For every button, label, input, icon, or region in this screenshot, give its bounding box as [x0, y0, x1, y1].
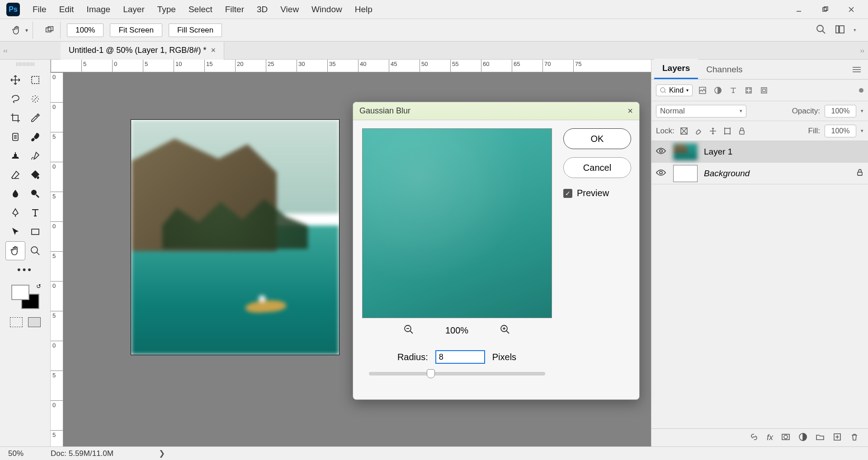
window-close-button[interactable]	[838, 3, 864, 16]
status-docinfo[interactable]: Doc: 5.59M/11.0M	[51, 449, 113, 458]
tab-layers[interactable]: Layers	[654, 59, 698, 79]
fit-screen-button[interactable]: Fit Screen	[110, 23, 162, 37]
lock-artboard-icon[interactable]	[722, 126, 732, 136]
chevron-down-icon[interactable]: ▾	[25, 27, 28, 33]
dialog-titlebar[interactable]: Gaussian Blur ×	[353, 102, 639, 120]
search-icon[interactable]	[816, 24, 826, 37]
zoom-out-icon[interactable]	[404, 324, 414, 337]
document-tab[interactable]: Untitled-1 @ 50% (Layer 1, RGB/8#) * ×	[61, 42, 224, 60]
eyedropper-tool[interactable]	[25, 108, 45, 127]
rectangle-shape-tool[interactable]	[25, 222, 45, 241]
delete-layer-icon[interactable]	[850, 432, 859, 443]
menu-type[interactable]: Type	[151, 2, 182, 17]
toolbox-grip[interactable]	[16, 62, 34, 66]
color-swatches[interactable]: ↺	[9, 283, 41, 311]
workspace-switcher-icon[interactable]	[835, 24, 845, 37]
brush-tool[interactable]	[25, 127, 45, 146]
dialog-close-icon[interactable]: ×	[627, 106, 633, 116]
filter-shape-icon[interactable]	[743, 85, 754, 96]
magic-wand-tool[interactable]	[25, 89, 45, 108]
window-minimize-button[interactable]	[786, 3, 812, 16]
fill-field[interactable]: 100%	[825, 125, 856, 137]
new-layer-icon[interactable]	[833, 432, 842, 443]
hand-tool[interactable]	[5, 241, 25, 260]
radius-input[interactable]	[435, 350, 485, 364]
layer-row[interactable]: Background	[651, 163, 868, 184]
layer-thumbnail[interactable]	[673, 165, 698, 182]
menu-layer[interactable]: Layer	[117, 2, 151, 17]
history-brush-tool[interactable]	[25, 146, 45, 165]
edit-toolbar-button[interactable]: •••	[17, 264, 33, 276]
crop-tool[interactable]	[5, 108, 25, 127]
slider-thumb[interactable]	[427, 369, 435, 378]
group-icon[interactable]	[816, 432, 825, 443]
ruler-vertical[interactable]: 0050505050505	[51, 72, 63, 446]
menu-edit[interactable]: Edit	[53, 2, 80, 17]
layer-row[interactable]: Layer 1	[651, 141, 868, 163]
panel-menu-icon[interactable]	[848, 62, 865, 79]
foreground-color-swatch[interactable]	[11, 285, 29, 300]
menu-file[interactable]: File	[26, 2, 53, 17]
eraser-tool[interactable]	[5, 165, 25, 184]
window-maximize-button[interactable]	[812, 3, 838, 16]
blend-mode-select[interactable]: Normal▾	[656, 105, 746, 117]
path-selection-tool[interactable]	[5, 222, 25, 241]
healing-brush-tool[interactable]	[5, 127, 25, 146]
type-tool[interactable]	[25, 203, 45, 222]
cancel-button[interactable]: Cancel	[563, 157, 631, 178]
filter-type-icon[interactable]	[728, 85, 739, 96]
tab-channels[interactable]: Channels	[698, 60, 750, 79]
blur-tool[interactable]	[5, 184, 25, 203]
lock-position-icon[interactable]	[708, 126, 718, 136]
quick-mask-icon[interactable]	[10, 317, 23, 327]
opacity-field[interactable]: 100%	[825, 105, 856, 117]
menu-view[interactable]: View	[274, 2, 305, 17]
lock-pixels-icon[interactable]	[693, 126, 703, 136]
zoom-tool[interactable]	[25, 241, 45, 260]
paint-bucket-tool[interactable]	[25, 165, 45, 184]
rect-marquee-tool[interactable]	[25, 70, 45, 89]
filter-pixel-icon[interactable]	[697, 85, 708, 96]
dodge-tool[interactable]	[25, 184, 45, 203]
menu-filter[interactable]: Filter	[219, 2, 250, 17]
filter-adjustment-icon[interactable]	[712, 85, 723, 96]
collapse-toolbox-icon[interactable]: ‹‹	[0, 47, 11, 54]
scroll-all-windows-icon[interactable]	[44, 24, 56, 36]
preview-checkbox[interactable]: ✓ Preview	[563, 188, 631, 198]
move-tool[interactable]	[5, 70, 25, 89]
layer-style-icon[interactable]: fx	[767, 433, 773, 442]
layer-filter-kind[interactable]: Kind ▾	[656, 84, 693, 96]
screen-mode-icon[interactable]	[28, 317, 41, 327]
visibility-toggle-icon[interactable]	[656, 147, 667, 157]
filter-toggle-icon[interactable]	[859, 88, 863, 93]
fill-screen-button[interactable]: Fill Screen	[169, 23, 222, 37]
layer-name[interactable]: Background	[704, 169, 750, 178]
zoom-in-icon[interactable]	[500, 324, 510, 337]
close-tab-icon[interactable]: ×	[211, 46, 216, 55]
zoom-level-field[interactable]: 100%	[67, 23, 104, 37]
pen-tool[interactable]	[5, 203, 25, 222]
adjustment-layer-icon[interactable]	[798, 432, 807, 443]
clone-stamp-tool[interactable]	[5, 146, 25, 165]
menu-3d[interactable]: 3D	[250, 2, 274, 17]
swap-colors-icon[interactable]: ↺	[36, 283, 41, 290]
radius-slider[interactable]	[369, 372, 545, 376]
layer-thumbnail[interactable]	[673, 143, 698, 160]
status-flyout-icon[interactable]: ❯	[159, 449, 165, 458]
filter-smartobject-icon[interactable]	[759, 85, 769, 96]
visibility-toggle-icon[interactable]	[656, 169, 667, 178]
lock-transparent-icon[interactable]	[679, 126, 689, 136]
menu-help[interactable]: Help	[349, 2, 379, 17]
lock-all-icon[interactable]	[737, 126, 747, 136]
expand-panels-icon[interactable]: ››	[860, 47, 864, 54]
canvas-artboard[interactable]	[131, 120, 339, 355]
menu-image[interactable]: Image	[80, 2, 117, 17]
menu-select[interactable]: Select	[182, 2, 219, 17]
link-layers-icon[interactable]	[750, 432, 759, 443]
layer-name[interactable]: Layer 1	[704, 147, 732, 157]
status-zoom[interactable]: 50%	[8, 449, 24, 458]
hand-tool-icon[interactable]	[11, 24, 23, 36]
layer-mask-icon[interactable]	[781, 432, 790, 443]
blur-preview[interactable]	[362, 128, 552, 318]
menu-window[interactable]: Window	[305, 2, 349, 17]
